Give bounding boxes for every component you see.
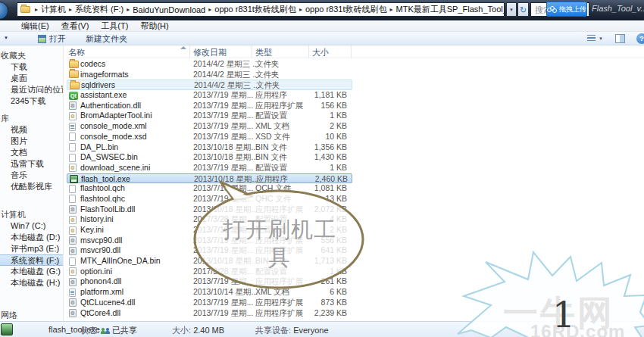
nav-group-label[interactable]: 库	[0, 113, 63, 124]
table-row[interactable]: ⚙QtCLucene4.dll2013/7/19 星期...应用程序扩展873 …	[67, 298, 352, 308]
column-header-name[interactable]: 名称	[68, 47, 85, 58]
table-row[interactable]: ⚙Authentication.dll2013/7/19 星期...应用程序扩展…	[67, 101, 352, 111]
sidebar-item[interactable]: 视频	[0, 124, 63, 136]
refresh-button[interactable]: ↻	[517, 2, 529, 17]
file-date: 2017/3/28 星期...	[193, 267, 253, 277]
table-row[interactable]: ⚙BromAdapterTool.ini2013/7/19 星期...配置设置1…	[67, 111, 352, 121]
file-size: 4 KB	[280, 214, 347, 225]
sidebar-item[interactable]: 文档	[0, 147, 63, 158]
file-size: 1,430 KB	[280, 152, 347, 163]
breadcrumb-segment[interactable]: BaiduYunDownload	[132, 5, 206, 14]
shared-users-icon	[101, 326, 111, 334]
sidebar-item[interactable]: 本地磁盘 (D:)	[0, 232, 63, 243]
table-row[interactable]: codecs2014/4/2 星期三 ...文件夹	[67, 59, 352, 70]
table-row[interactable]: ⚙msvcr90.dll2013/7/19 星期...应用程序扩展641 KB	[67, 245, 352, 256]
table-row[interactable]: ⚙phonon4.dll2013/7/19 星期...应用程序扩展261 KB	[67, 276, 352, 287]
table-row[interactable]: ⚙history.ini2017/3/28 星期...配置设置4 KB	[67, 214, 352, 225]
breadcrumb-segment[interactable]: oppo r831t救砖线刷包	[305, 4, 388, 15]
table-row[interactable]: DA_PL.bin2013/10/18 星期...BIN 文件1,356 KB	[67, 142, 352, 153]
table-row[interactable]: console_mode.xml2013/7/19 星期...XML 文档2 K…	[67, 121, 352, 132]
breadcrumb-segment[interactable]: MTK最新工具SP_Flash_Tool_v5.1343.01	[395, 4, 505, 15]
file-size: 10 KB	[280, 132, 347, 142]
nav-group: 计算机Win7 (C:)本地磁盘 (D:)评书mp3 (E:)系统资料 (F:)…	[0, 209, 63, 289]
file-file-icon	[69, 185, 76, 193]
table-row[interactable]: Qtassistant.exe2013/7/19 星期...应用程序1,181 …	[67, 90, 352, 101]
file-name: FlashToolLib.dll	[80, 204, 135, 215]
xml-file-icon	[69, 289, 76, 297]
sidebar-item[interactable]: 桌面	[0, 73, 63, 84]
table-row[interactable]: MTK_AllInOne_DA.bin2013/10/18 星期...BIN 文…	[67, 256, 352, 267]
address-bar[interactable]: ▸ 计算机▸系统资料 (F:)▸BaiduYunDownload▸oppo r8…	[17, 2, 505, 17]
table-row[interactable]: flash_tool.exe2013/10/18 星期...应用程序2,460 …	[67, 173, 352, 184]
table-row[interactable]: imageformats2014/4/2 星期三 ...文件夹	[67, 70, 352, 80]
column-header-type[interactable]: 类型	[255, 47, 272, 58]
table-row[interactable]: ⚙Key.ini2013/7/19 星期...配置设置2 KB	[67, 225, 352, 236]
menu-item[interactable]: 工具(T)	[101, 20, 128, 32]
back-button[interactable]	[0, 2, 8, 20]
sidebar-item[interactable]: 本地磁盘 (H:)	[0, 277, 63, 289]
menu-item[interactable]: 编辑(E)	[21, 20, 49, 32]
chevron-down-icon: ▼	[599, 36, 603, 41]
breadcrumb-segment[interactable]: 计算机	[40, 4, 67, 15]
sidebar-item[interactable]: 系统资料 (F:)	[0, 254, 63, 266]
table-row[interactable]: ⚙QtCore4.dll2013/7/19 星期...应用程序扩展2,239 K…	[67, 308, 352, 319]
details-share: 共享设备: Everyone	[255, 325, 329, 336]
organize-chevron-icon[interactable]: ▼	[4, 36, 8, 40]
address-dropdown-button[interactable]: ▼	[506, 2, 517, 17]
change-view-button[interactable]: ▼	[587, 35, 603, 42]
nav-group-label[interactable]: 计算机	[0, 209, 63, 220]
sidebar-item[interactable]: 评书mp3 (E:)	[0, 243, 63, 254]
sidebar-item[interactable]: 音乐	[0, 170, 63, 181]
menu-item[interactable]: 查看(V)	[61, 20, 89, 32]
dll-file-icon: ⚙	[69, 205, 77, 214]
nav-group-label[interactable]: 网络	[0, 310, 63, 321]
file-name: sqldrivers	[81, 80, 115, 91]
sidebar-item[interactable]: 图片	[0, 136, 63, 147]
file-size: 2 KB	[280, 121, 347, 132]
dll-file-icon: ⚙	[69, 247, 77, 255]
background-window-title: Flash_Tool_v...	[592, 4, 644, 13]
preview-pane-button[interactable]	[615, 34, 625, 43]
table-row[interactable]: platform.xml2013/10/14 星期...XML 文档6 KB	[67, 287, 352, 298]
xml-file-icon	[69, 123, 76, 131]
sidebar-item[interactable]: 本地磁盘 (G:)	[0, 266, 63, 277]
table-row[interactable]: flashtool.qch2013/7/19 星期...QCH 文件1,081 …	[67, 183, 352, 194]
open-button[interactable]: 打开	[38, 32, 66, 45]
file-name: DA_SWSEC.bin	[80, 152, 138, 163]
folder-icon	[20, 6, 30, 13]
file-date: 2013/10/18 星期...	[193, 256, 258, 267]
sidebar-item[interactable]: 迅雷下载	[0, 158, 63, 170]
dll-file-icon: ⚙	[69, 298, 77, 307]
table-row[interactable]: console_mode.xsd2013/7/19 星期...XSD 文件10 …	[67, 132, 352, 142]
table-row[interactable]: ⚙option.ini2017/3/28 星期...配置设置1 KB	[67, 267, 352, 277]
sidebar-item[interactable]: Win7 (C:)	[0, 220, 63, 232]
share-value: Everyone	[293, 326, 328, 335]
new-folder-button[interactable]: 新建文件夹	[86, 32, 127, 45]
sidebar-item[interactable]: 最近访问的位置	[0, 84, 63, 95]
baidu-drag-upload-badge[interactable]: 拖拽上传	[546, 2, 587, 17]
sidebar-item[interactable]: 2345下载	[0, 95, 63, 107]
file-name: console_mode.xsd	[80, 132, 147, 142]
ini-file-icon: ⚙	[69, 216, 77, 224]
file-date: 2013/7/19 星期...	[193, 236, 253, 246]
breadcrumb-segment[interactable]: 系统资料 (F:)	[74, 4, 124, 15]
menu-item[interactable]: 帮助(H)	[140, 20, 168, 32]
nav-group-label[interactable]: 收藏夹	[0, 50, 63, 61]
nav-group: 网络	[0, 310, 63, 321]
table-row[interactable]: ⚙download_scene.ini2013/7/19 星期...配置设置1 …	[67, 163, 352, 173]
table-row[interactable]: ⚙FlashToolLib.dll2013/10/18 星期...应用程序扩展2…	[67, 204, 352, 215]
file-date: 2013/10/18 星期...	[193, 142, 258, 153]
column-header-size[interactable]: 大小	[312, 47, 329, 58]
sidebar-item[interactable]: 下载	[0, 61, 63, 73]
table-row[interactable]: DA_SWSEC.bin2013/10/18 星期...BIN 文件1,430 …	[67, 152, 352, 163]
table-row[interactable]: ⚙msvcp90.dll2013/7/19 星期...应用程序扩展556 KB	[67, 236, 352, 246]
file-name: history.ini	[80, 214, 114, 225]
table-row[interactable]: flashtool.qhc2013/7/19 星期...QHC 文件13 KB	[67, 194, 352, 204]
breadcrumb-segment[interactable]: oppo r831t救砖线刷包	[214, 4, 297, 15]
sidebar-item[interactable]: 优酷影视库	[0, 181, 63, 192]
help-button[interactable]: ?	[636, 33, 644, 44]
table-row[interactable]: sqldrivers2014/4/2 星期三 ...文件夹	[67, 80, 352, 90]
nav-group: 收藏夹下载桌面最近访问的位置2345下载	[0, 50, 63, 107]
file-date: 2013/7/19 星期...	[193, 298, 253, 308]
column-header-date[interactable]: 修改日期	[193, 47, 227, 58]
